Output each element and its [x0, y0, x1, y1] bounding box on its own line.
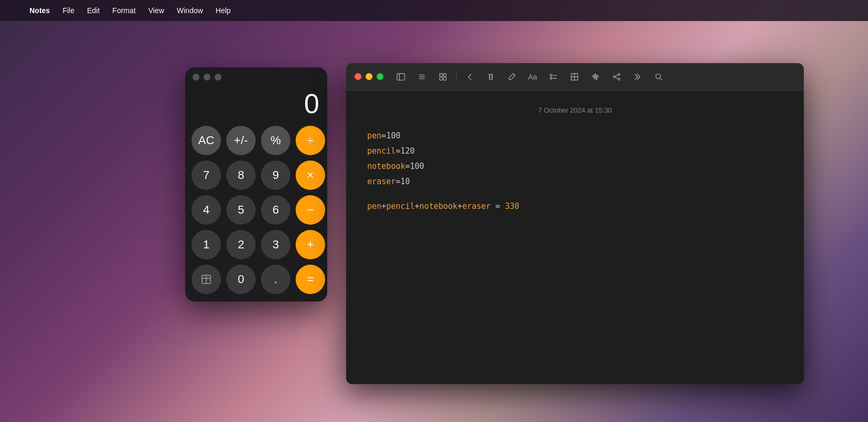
calc-button-grid: AC +/- % ÷ 7 8 9 × 4 5 6 − 1 2 3 + 0 . =	[185, 126, 327, 302]
notes-minimize-button[interactable]	[366, 73, 372, 80]
multiply-button[interactable]: ×	[296, 160, 325, 190]
var-notebook: notebook	[367, 162, 405, 171]
apple-menu[interactable]	[8, 8, 19, 13]
calc-minimize-button[interactable]	[204, 74, 210, 81]
menubar: Notes File Edit Format View Window Help	[0, 0, 868, 21]
svg-point-40	[656, 74, 661, 78]
edit-menu[interactable]: Edit	[82, 4, 105, 17]
percent-button[interactable]: %	[261, 126, 290, 155]
note-line-eraser: eraser=10	[367, 175, 783, 189]
svg-rect-10	[440, 77, 442, 79]
calc-display: 0	[185, 84, 327, 126]
calc-maximize-button[interactable]	[215, 74, 221, 81]
decimal-button[interactable]: .	[261, 265, 290, 294]
svg-rect-9	[443, 73, 446, 76]
attachment-button[interactable]	[587, 69, 604, 85]
calc-icon-button[interactable]	[191, 265, 221, 294]
notes-close-button[interactable]	[355, 73, 361, 80]
notes-traffic-lights	[355, 73, 383, 80]
more-button[interactable]	[629, 69, 647, 85]
note-line-notebook: notebook=100	[367, 159, 783, 174]
help-menu[interactable]: Help	[210, 4, 236, 17]
ac-button[interactable]: AC	[191, 126, 221, 155]
note-date: 7 October 2024 at 15:30	[367, 106, 783, 114]
equals-button[interactable]: =	[296, 265, 325, 294]
note-formula-line: pen+pencil+notebook+eraser = 330	[367, 199, 783, 214]
eight-button[interactable]: 8	[226, 160, 256, 190]
search-button[interactable]	[650, 69, 668, 85]
toolbar-divider-1	[456, 72, 457, 82]
seven-button[interactable]: 7	[191, 160, 221, 190]
svg-point-15	[550, 74, 552, 76]
svg-rect-11	[443, 77, 446, 79]
list-view-button[interactable]	[413, 69, 431, 85]
grid-view-button[interactable]	[434, 69, 452, 85]
notes-toolbar: Aa	[392, 69, 795, 85]
svg-line-39	[615, 77, 618, 78]
six-button[interactable]: 6	[261, 195, 290, 225]
var-eraser: eraser	[367, 177, 396, 186]
notes-content: 7 October 2024 at 15:30 pen=100 pencil=1…	[346, 91, 804, 384]
font-button[interactable]: Aa	[524, 69, 541, 84]
nine-button[interactable]: 9	[261, 160, 290, 190]
table-button[interactable]	[566, 69, 583, 85]
notes-titlebar: Aa	[346, 63, 804, 91]
app-menu-notes[interactable]: Notes	[24, 4, 55, 17]
sidebar-toggle-button[interactable]	[392, 69, 410, 85]
zero-button[interactable]: 0	[226, 265, 256, 294]
checklist-button[interactable]	[544, 69, 562, 85]
back-button[interactable]	[461, 69, 479, 85]
three-button[interactable]: 3	[261, 230, 290, 259]
note-text-block: pen=100 pencil=120 notebook=100 eraser=1…	[367, 129, 783, 214]
divide-button[interactable]: ÷	[296, 126, 325, 155]
share-button[interactable]	[608, 69, 625, 85]
svg-rect-8	[440, 73, 442, 76]
file-menu[interactable]: File	[57, 4, 80, 17]
notes-maximize-button[interactable]	[377, 73, 383, 80]
plus-minus-button[interactable]: +/-	[226, 126, 256, 155]
var-pen: pen	[367, 131, 381, 140]
window-menu[interactable]: Window	[171, 4, 208, 17]
minus-button[interactable]: −	[296, 195, 325, 225]
var-pencil: pencil	[367, 146, 396, 156]
note-line-pen: pen=100	[367, 129, 783, 143]
two-button[interactable]: 2	[226, 230, 256, 259]
svg-point-35	[618, 73, 620, 75]
view-menu[interactable]: View	[143, 4, 169, 17]
one-button[interactable]: 1	[191, 230, 221, 259]
svg-point-37	[618, 78, 620, 80]
svg-line-38	[615, 75, 618, 76]
note-line-pencil: pencil=120	[367, 144, 783, 158]
calc-titlebar	[185, 67, 327, 84]
calc-close-button[interactable]	[193, 74, 199, 81]
svg-rect-3	[397, 73, 405, 80]
notes-window: Aa	[346, 63, 804, 384]
svg-line-41	[660, 78, 662, 80]
plus-button[interactable]: +	[296, 230, 325, 259]
delete-button[interactable]	[482, 69, 500, 85]
four-button[interactable]: 4	[191, 195, 221, 225]
svg-point-36	[613, 76, 615, 78]
calculator-window: 0 AC +/- % ÷ 7 8 9 × 4 5 6 − 1 2 3 + 0 .…	[185, 67, 327, 302]
svg-point-17	[550, 77, 552, 79]
five-button[interactable]: 5	[226, 195, 256, 225]
format-menu[interactable]: Format	[107, 4, 141, 17]
compose-button[interactable]	[503, 69, 521, 85]
